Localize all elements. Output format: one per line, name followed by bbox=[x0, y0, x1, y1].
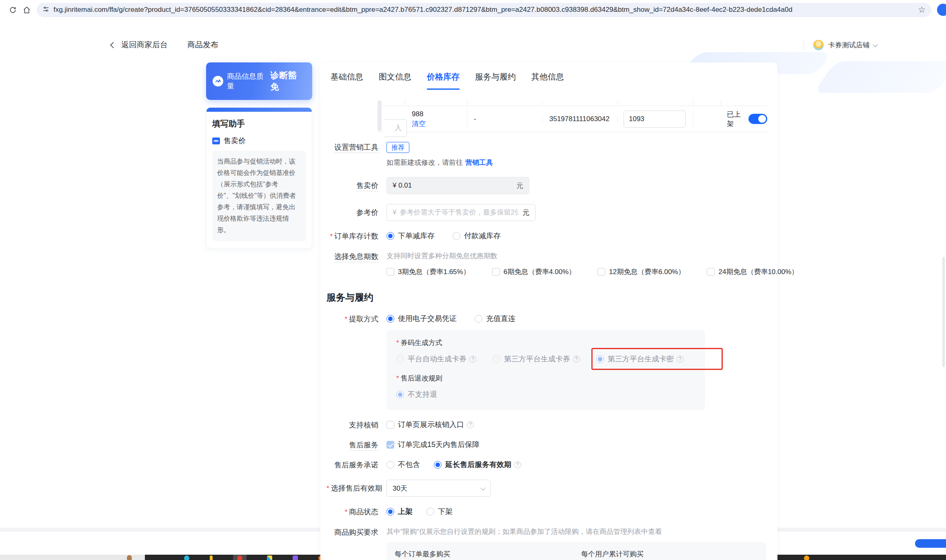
service-section-title: 服务与履约 bbox=[326, 291, 767, 304]
helper-title: 填写助手 bbox=[212, 118, 306, 129]
browser-toolbar: fxg.jinritemai.com/ffa/g/create?product_… bbox=[0, 0, 946, 20]
stock-qty-input[interactable] bbox=[624, 111, 686, 128]
checkbox-24-periods[interactable]: 24期免息（费率10.00%） bbox=[707, 267, 798, 277]
interest-free-label: 选择免息期数 bbox=[334, 252, 378, 262]
radio-payment-deduct[interactable]: 付款减库存 bbox=[453, 231, 501, 241]
table-scrollbar[interactable] bbox=[378, 100, 382, 131]
sale-price-row: 售卖价 元 bbox=[326, 177, 767, 194]
help-icon bbox=[573, 356, 580, 363]
radio-list[interactable]: 上架 bbox=[386, 507, 413, 516]
bookmark-icon[interactable]: ☆ bbox=[918, 5, 926, 15]
diagnose-exempt-button[interactable]: 诊断豁免 bbox=[270, 70, 306, 93]
radio-icon bbox=[475, 315, 482, 323]
taskbar-app-icon[interactable] bbox=[184, 556, 189, 560]
stock-mode-label: 订单库存计数 bbox=[326, 231, 386, 241]
marketing-tool-link[interactable]: 营销工具 bbox=[465, 159, 493, 166]
checkbox-6-periods[interactable]: 6期免息（费率4.00%） bbox=[492, 267, 576, 277]
clear-link[interactable]: 清空 bbox=[412, 119, 467, 129]
reload-icon[interactable] bbox=[6, 3, 20, 17]
book-icon bbox=[212, 137, 220, 144]
ref-price-input[interactable]: ¥ 元 bbox=[386, 204, 535, 221]
url-bar[interactable]: fxg.jinritemai.com/ffa/g/create?product_… bbox=[37, 3, 931, 17]
clipped-input[interactable]: 入 bbox=[384, 119, 407, 137]
checkbox-icon bbox=[386, 421, 394, 429]
checkbox-12-periods[interactable]: 12期免息（费率6.00%） bbox=[597, 267, 685, 277]
radio-icon bbox=[396, 391, 404, 398]
help-icon bbox=[677, 356, 684, 363]
back-link[interactable]: 返回商家后台 bbox=[121, 40, 168, 50]
checkbox-icon bbox=[492, 268, 500, 276]
floating-widget[interactable] bbox=[915, 539, 946, 548]
table-row: 入 988 清空 - 3519781111063042 bbox=[378, 106, 767, 132]
taskbar-app-icon[interactable] bbox=[804, 556, 809, 560]
interest-free-row: 选择免息期数 支持同时设置多种分期免息优惠期数 3期免息（费率1.65%） 6期… bbox=[326, 251, 767, 277]
tab-service-fulfillment[interactable]: 服务与履约 bbox=[475, 71, 516, 90]
quality-title: 商品信息质量 bbox=[227, 71, 270, 91]
verify-label: 支持核销 bbox=[326, 420, 386, 430]
validity-select[interactable]: 30天 bbox=[386, 480, 491, 497]
tab-media-info[interactable]: 图文信息 bbox=[379, 71, 411, 90]
checkbox-3-periods[interactable]: 3期免息（费率1.65%） bbox=[386, 267, 470, 277]
marketing-note: 如需新建或修改，请前往 bbox=[386, 159, 463, 166]
taskbar-app-icon[interactable] bbox=[127, 555, 132, 560]
purchase-limit-panel: 每个订单最多购买 件 每个用户累计可购买 件 bbox=[386, 542, 766, 560]
help-icon bbox=[467, 421, 474, 428]
radio-no-refund[interactable]: 不支持退 bbox=[396, 390, 437, 399]
form-tabs: 基础信息 图文信息 价格库存 服务与履约 其他信息 bbox=[326, 62, 767, 90]
interest-free-hint: 支持同时设置多种分期免息优惠期数 bbox=[386, 251, 767, 261]
store-name[interactable]: 卡券测试店铺 bbox=[828, 40, 870, 50]
page-scrollbar[interactable] bbox=[942, 257, 945, 367]
store-avatar[interactable] bbox=[813, 40, 824, 51]
checkbox-show-verify-entry[interactable]: 订单页展示核销入口 bbox=[386, 420, 474, 429]
taskbar-desktop-area[interactable] bbox=[0, 555, 145, 560]
back-chevron-icon[interactable] bbox=[110, 42, 117, 48]
helper-topic: 售卖价 bbox=[224, 136, 246, 146]
help-icon bbox=[514, 461, 521, 468]
aftersale-label: 售后服务 bbox=[326, 440, 386, 450]
listing-toggle[interactable] bbox=[748, 114, 767, 124]
redeem-mode-row: 提取方式 使用电子交易凭证 充值直连 bbox=[326, 314, 767, 324]
divider bbox=[804, 40, 804, 50]
tab-basic-info[interactable]: 基础信息 bbox=[331, 71, 363, 90]
site-settings-icon[interactable] bbox=[42, 6, 49, 14]
validity-label: 选择售后有效期 bbox=[326, 480, 386, 494]
radio-delist[interactable]: 下架 bbox=[426, 507, 453, 516]
listing-status-label: 已上架 bbox=[727, 110, 745, 128]
radio-thirdparty-cardkey[interactable]: 第三方平台生成卡密 bbox=[596, 354, 684, 364]
radio-thirdparty-voucher[interactable]: 第三方平台生成卡券 bbox=[493, 354, 580, 364]
screen: fxg.jinritemai.com/ffa/g/create?product_… bbox=[0, 0, 946, 560]
quality-card[interactable]: 商品信息质量 诊断豁免 bbox=[206, 62, 312, 100]
radio-not-included[interactable]: 不包含 bbox=[386, 460, 420, 469]
url-text[interactable]: fxg.jinritemai.com/ffa/g/create?product_… bbox=[53, 6, 913, 14]
helper-tip-text: 当商品参与促销活动时，该价格可能会作为促销基准价（展示形式包括"参考价"、"划线… bbox=[212, 151, 306, 241]
tab-other-info[interactable]: 其他信息 bbox=[531, 71, 564, 90]
refund-rule-label: 售后退改规则 bbox=[396, 374, 695, 383]
browser-profile-avatar[interactable] bbox=[937, 4, 946, 16]
sku-code: 3519781111063042 bbox=[543, 115, 610, 123]
checkbox-15day-guarantee: 订单完成15天内售后保障 bbox=[386, 440, 480, 449]
chevron-down-icon[interactable] bbox=[873, 42, 878, 47]
checkbox-icon bbox=[386, 268, 394, 276]
radio-icon bbox=[596, 355, 604, 363]
redeem-mode-label: 提取方式 bbox=[326, 314, 386, 324]
stock-value: 988 bbox=[412, 109, 467, 119]
card-accent-bar bbox=[207, 108, 312, 112]
radio-order-deduct[interactable]: 下单减库存 bbox=[386, 231, 435, 241]
decorative-shape bbox=[813, 61, 946, 93]
quality-pulse-icon bbox=[213, 76, 223, 86]
radio-e-voucher[interactable]: 使用电子交易凭证 bbox=[386, 314, 457, 323]
currency-symbol: ¥ bbox=[393, 208, 396, 217]
home-icon[interactable] bbox=[20, 3, 33, 17]
tab-price-stock[interactable]: 价格库存 bbox=[427, 71, 460, 90]
purchase-req-label: 商品购买要求 bbox=[326, 527, 386, 537]
status-label: 商品状态 bbox=[326, 507, 386, 517]
yuan-unit: 元 bbox=[522, 208, 529, 217]
radio-icon bbox=[453, 232, 460, 240]
radio-recharge-direct[interactable]: 充值直连 bbox=[475, 314, 515, 323]
radio-icon bbox=[386, 315, 394, 323]
purchase-req-row: 商品购买要求 其中"限购"仅展示您自行设置的规则；如果商品参加了活动限购，请在商… bbox=[326, 527, 767, 560]
dash-cell: - bbox=[467, 115, 476, 123]
radio-platform-auto-voucher[interactable]: 平台自动生成卡券 bbox=[396, 354, 476, 364]
per-order-label: 每个订单最多购买 bbox=[395, 549, 571, 559]
radio-extend-validity[interactable]: 延长售后服务有效期 bbox=[434, 460, 521, 469]
